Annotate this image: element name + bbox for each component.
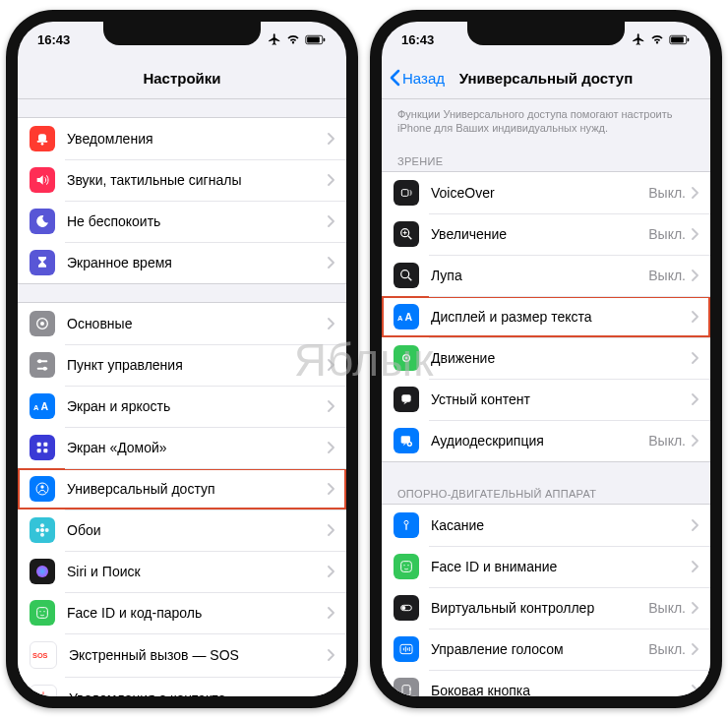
- chevron-right-icon: [328, 566, 334, 577]
- svg-point-23: [35, 528, 39, 532]
- settings-row-l0-3[interactable]: Экранное время: [18, 242, 346, 283]
- svg-point-7: [40, 322, 44, 326]
- status-time: 16:43: [37, 32, 70, 47]
- settings-row-r1-2[interactable]: Виртуальный контроллерВыкл.: [382, 587, 710, 629]
- row-label: Face ID и код-пароль: [67, 605, 328, 621]
- chevron-right-icon: [328, 400, 334, 412]
- section-header: ЗРЕНИЕ: [382, 148, 710, 171]
- row-label: Пункт управления: [67, 357, 328, 373]
- settings-row-r1-4[interactable]: Боковая кнопка: [382, 670, 710, 696]
- settings-row-r0-6[interactable]: АудиодескрипцияВыкл.: [382, 420, 710, 461]
- settings-row-l1-3[interactable]: Экран «Домой»: [18, 427, 346, 468]
- chevron-right-icon: [328, 524, 334, 536]
- row-label: Устный контент: [431, 391, 692, 407]
- row-value: Выкл.: [648, 600, 686, 616]
- chevron-right-icon: [328, 257, 334, 269]
- row-label: Движение: [431, 350, 692, 366]
- settings-row-l1-0[interactable]: Основные: [18, 303, 346, 344]
- flower-icon: [30, 517, 55, 543]
- svg-point-18: [36, 483, 48, 495]
- svg-point-28: [43, 611, 44, 612]
- row-label: Виртуальный контроллер: [431, 600, 648, 616]
- chevron-right-icon: [692, 685, 698, 696]
- svg-rect-4: [37, 141, 48, 143]
- voice-icon: [394, 636, 419, 662]
- svg-rect-17: [43, 449, 47, 452]
- nav-title: Универсальный доступ: [459, 70, 633, 87]
- settings-row-l1-6[interactable]: Siri и Поиск: [18, 551, 346, 592]
- hourglass-icon: [30, 250, 55, 275]
- person-icon: [30, 476, 55, 502]
- battery-icon: [669, 34, 691, 45]
- svg-text:A: A: [41, 400, 49, 412]
- section-note: Функции Универсального доступа помогают …: [382, 99, 710, 148]
- content-right[interactable]: Функции Универсального доступа помогают …: [382, 99, 710, 696]
- svg-rect-56: [401, 561, 412, 571]
- settings-row-l1-9[interactable]: Уведомления о контакте: [18, 677, 346, 696]
- svg-rect-66: [402, 685, 410, 695]
- row-label: Универсальный доступ: [67, 481, 328, 497]
- settings-row-l0-1[interactable]: Звуки, тактильные сигналы: [18, 159, 346, 201]
- aa-icon: AA: [30, 393, 55, 419]
- svg-point-20: [40, 528, 44, 532]
- settings-row-l0-0[interactable]: Уведомления: [18, 118, 346, 159]
- svg-rect-3: [38, 134, 46, 141]
- svg-text:A: A: [397, 313, 403, 322]
- settings-row-r0-0[interactable]: VoiceOverВыкл.: [382, 172, 710, 213]
- settings-row-l1-4[interactable]: Универсальный доступ: [18, 468, 346, 509]
- settings-row-r1-1[interactable]: Face ID и внимание: [382, 546, 710, 587]
- row-label: Аудиодескрипция: [431, 433, 648, 449]
- svg-point-25: [36, 566, 48, 577]
- content-left[interactable]: УведомленияЗвуки, тактильные сигналыНе б…: [18, 99, 346, 696]
- settings-row-l1-2[interactable]: AAЭкран и яркость: [18, 386, 346, 427]
- notch: [103, 22, 261, 45]
- motion-icon: [394, 345, 419, 371]
- svg-rect-61: [400, 644, 412, 653]
- settings-row-r1-3[interactable]: Управление голосомВыкл.: [382, 629, 710, 670]
- row-label: Дисплей и размер текста: [431, 309, 692, 325]
- svg-point-5: [41, 143, 44, 146]
- back-label: Назад: [402, 70, 445, 87]
- settings-row-r0-3[interactable]: AAДисплей и размер текста: [382, 296, 710, 337]
- svg-point-21: [40, 523, 44, 527]
- bell-icon: [30, 126, 55, 151]
- button-icon: [394, 678, 419, 696]
- settings-row-l1-5[interactable]: Обои: [18, 509, 346, 551]
- svg-rect-2: [324, 37, 326, 40]
- svg-point-57: [403, 565, 404, 566]
- chevron-right-icon: [328, 649, 334, 661]
- svg-line-43: [408, 236, 411, 239]
- back-button[interactable]: Назад: [390, 69, 445, 87]
- settings-row-r0-2[interactable]: ЛупаВыкл.: [382, 255, 710, 296]
- svg-rect-41: [401, 189, 408, 196]
- chevron-right-icon: [692, 602, 698, 614]
- settings-row-l1-8[interactable]: SOSЭкстренный вызов — SOS: [18, 633, 346, 677]
- row-label: Экран и яркость: [67, 398, 328, 414]
- settings-row-r0-1[interactable]: УвеличениеВыкл.: [382, 213, 710, 255]
- svg-text:A: A: [405, 310, 413, 322]
- svg-rect-1: [307, 36, 320, 42]
- svg-text:SOS: SOS: [32, 651, 48, 660]
- face-icon: [30, 600, 55, 626]
- chevron-right-icon: [692, 435, 698, 447]
- settings-row-r0-4[interactable]: Движение: [382, 337, 710, 379]
- aa-icon: AA: [394, 304, 419, 330]
- audio-icon: [394, 428, 419, 453]
- face-icon: [394, 554, 419, 579]
- svg-rect-40: [688, 37, 690, 40]
- svg-point-22: [40, 533, 44, 537]
- svg-rect-67: [409, 688, 410, 690]
- svg-text:A: A: [33, 403, 39, 412]
- settings-row-r1-0[interactable]: Касание: [382, 505, 710, 546]
- chevron-right-icon: [328, 692, 334, 696]
- settings-row-l1-1[interactable]: Пункт управления: [18, 344, 346, 386]
- settings-row-l0-2[interactable]: Не беспокоить: [18, 201, 346, 242]
- svg-point-19: [40, 485, 43, 488]
- sound-icon: [30, 167, 55, 193]
- svg-point-58: [407, 565, 408, 566]
- settings-row-l1-7[interactable]: Face ID и код-пароль: [18, 592, 346, 633]
- row-value: Выкл.: [648, 268, 686, 283]
- settings-row-r0-5[interactable]: Устный контент: [382, 379, 710, 420]
- row-label: Уведомления: [67, 131, 328, 147]
- status-time: 16:43: [401, 32, 434, 47]
